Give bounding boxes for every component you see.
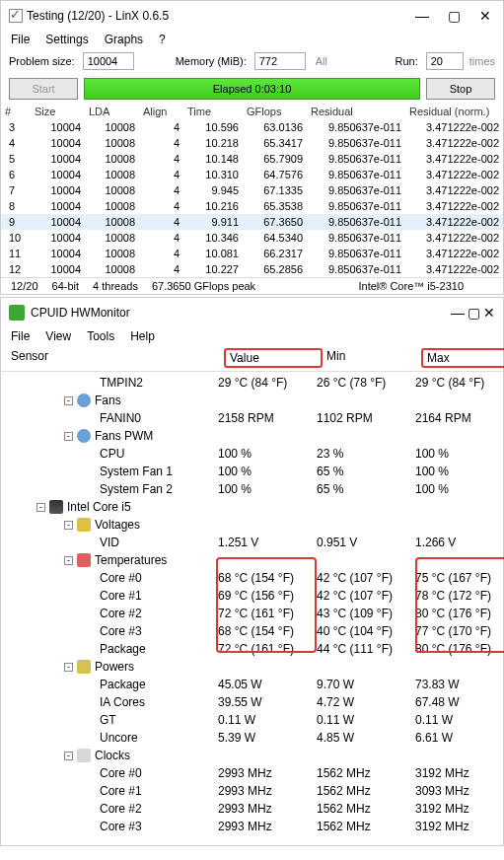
sensor-power-ia[interactable]: IA Cores xyxy=(1,695,218,709)
node-fans-pwm[interactable]: -Fans PWM xyxy=(1,429,218,443)
table-row[interactable]: 41000410008410.21865.34179.850637e-0113.… xyxy=(1,135,503,151)
col-num[interactable]: # xyxy=(1,104,31,119)
table-row[interactable]: 51000410008410.14865.79099.850637e-0113.… xyxy=(1,151,503,167)
linx-title: Testing (12/20) - LinX 0.6.5 xyxy=(27,9,412,23)
sensor-sysfan1[interactable]: System Fan 1 xyxy=(1,465,218,478)
col-residual[interactable]: Residual xyxy=(307,104,405,119)
problem-size-input[interactable] xyxy=(83,52,134,70)
sensor-core3-temp[interactable]: Core #3 xyxy=(1,624,218,638)
hw-titlebar: CPUID HWMonitor — ▢ ✕ xyxy=(1,298,503,327)
hw-minimize-button[interactable]: — xyxy=(451,305,465,321)
run-row: Start Elapsed 0:03:10 Stop xyxy=(1,74,503,104)
sensor-tmpin2[interactable]: TMPIN2 xyxy=(1,376,218,390)
fan-icon xyxy=(77,429,91,443)
linx-titlebar: Testing (12/20) - LinX 0.6.5 — ▢ ✕ xyxy=(1,1,503,31)
stop-button[interactable]: Stop xyxy=(426,78,495,100)
node-fans[interactable]: -Fans xyxy=(1,394,218,407)
table-row[interactable]: 61000410008410.31064.75769.850637e-0113.… xyxy=(1,167,503,182)
table-row[interactable]: 9100041000849.91167.36509.850637e-0113.4… xyxy=(1,214,503,230)
linx-toolbar: Problem size: Memory (MiB): All Run: tim… xyxy=(1,48,503,74)
elapsed-text: Elapsed 0:03:10 xyxy=(213,83,292,95)
col-residual-norm[interactable]: Residual (norm.) xyxy=(405,104,503,119)
sensor-clock-core1[interactable]: Core #1 xyxy=(1,784,218,798)
menu-graphs[interactable]: Graphs xyxy=(105,33,143,46)
sensor-power-uncore[interactable]: Uncore xyxy=(1,731,218,745)
col-value[interactable]: Value xyxy=(224,348,323,368)
sensor-clock-core0[interactable]: Core #0 xyxy=(1,766,218,780)
menu-file[interactable]: File xyxy=(11,33,30,46)
table-header-row: # Size LDA Align Time GFlops Residual Re… xyxy=(1,104,503,119)
sensor-core0-temp[interactable]: Core #0 xyxy=(1,571,218,585)
hwmonitor-icon xyxy=(9,305,25,321)
maximize-button[interactable]: ▢ xyxy=(444,8,464,24)
table-row[interactable]: 101000410008410.34664.53409.850637e-0113… xyxy=(1,230,503,246)
chip-icon xyxy=(49,500,63,514)
status-threads: 4 threads xyxy=(93,280,138,292)
status-progress: 12/20 xyxy=(11,280,38,292)
col-sensor[interactable]: Sensor xyxy=(7,348,224,368)
status-arch: 64-bit xyxy=(52,280,80,292)
all-label[interactable]: All xyxy=(316,55,327,67)
sensor-cpu-pwm[interactable]: CPU xyxy=(1,447,218,461)
tree-header: Sensor Value Min Max xyxy=(1,345,503,372)
col-time[interactable]: Time xyxy=(183,104,243,119)
sensor-core1-temp[interactable]: Core #1 xyxy=(1,589,218,603)
hw-title: CPUID HWMonitor xyxy=(31,306,451,320)
sensor-power-gt[interactable]: GT xyxy=(1,713,218,727)
sensor-tree[interactable]: TMPIN229 °C (84 °F)26 °C (78 °F)29 °C (8… xyxy=(1,372,503,845)
sensor-vid[interactable]: VID xyxy=(1,536,218,549)
status-peak: 67.3650 GFlops peak xyxy=(152,280,255,292)
sensor-fanin0[interactable]: FANIN0 xyxy=(1,411,218,425)
memory-label: Memory (MiB): xyxy=(176,55,247,67)
table-row[interactable]: 7100041000849.94567.13359.850637e-0113.4… xyxy=(1,182,503,198)
status-cpu: Intel® Core™ i5-2310 xyxy=(358,280,464,292)
hw-menu-help[interactable]: Help xyxy=(130,329,155,343)
hw-menu-tools[interactable]: Tools xyxy=(87,329,114,343)
col-align[interactable]: Align xyxy=(139,104,183,119)
hwmonitor-window: CPUID HWMonitor — ▢ ✕ File View Tools He… xyxy=(0,297,504,846)
sensor-clock-core2[interactable]: Core #2 xyxy=(1,802,218,816)
progress-bar: Elapsed 0:03:10 xyxy=(84,78,420,100)
voltage-icon xyxy=(77,518,91,532)
problem-size-label: Problem size: xyxy=(9,55,75,67)
close-button[interactable]: ✕ xyxy=(475,8,495,24)
node-clocks[interactable]: -Clocks xyxy=(1,749,218,762)
hw-maximize-button[interactable]: ▢ xyxy=(468,305,480,321)
node-temperatures[interactable]: -Temperatures xyxy=(1,553,218,567)
start-button[interactable]: Start xyxy=(9,78,78,100)
menu-settings[interactable]: Settings xyxy=(45,33,88,46)
thermometer-icon xyxy=(77,553,91,567)
linx-menu: File Settings Graphs ? xyxy=(1,31,503,48)
table-row[interactable]: 31000410008410.59663.01369.850637e-0113.… xyxy=(1,119,503,135)
col-gflops[interactable]: GFlops xyxy=(243,104,307,119)
hw-close-button[interactable]: ✕ xyxy=(483,305,495,321)
clock-icon xyxy=(77,749,91,762)
sensor-power-package[interactable]: Package xyxy=(1,678,218,691)
hw-menu-file[interactable]: File xyxy=(11,329,30,343)
app-icon xyxy=(9,9,23,23)
sensor-package-temp[interactable]: Package xyxy=(1,642,218,656)
results-table: # Size LDA Align Time GFlops Residual Re… xyxy=(1,104,503,277)
run-input[interactable] xyxy=(426,52,464,70)
sensor-clock-core3[interactable]: Core #3 xyxy=(1,820,218,833)
sensor-core2-temp[interactable]: Core #2 xyxy=(1,607,218,620)
col-min[interactable]: Min xyxy=(323,348,421,368)
hw-menu-view[interactable]: View xyxy=(45,329,71,343)
memory-input[interactable] xyxy=(254,52,306,70)
node-voltages[interactable]: -Voltages xyxy=(1,518,218,532)
sensor-sysfan2[interactable]: System Fan 2 xyxy=(1,482,218,496)
node-intel[interactable]: -Intel Core i5 xyxy=(1,500,218,514)
menu-help[interactable]: ? xyxy=(159,33,166,46)
col-size[interactable]: Size xyxy=(31,104,85,119)
table-row[interactable]: 121000410008410.22765.28569.850637e-0113… xyxy=(1,261,503,277)
minimize-button[interactable]: — xyxy=(412,8,432,24)
linx-window: Testing (12/20) - LinX 0.6.5 — ▢ ✕ File … xyxy=(0,0,504,295)
col-max[interactable]: Max xyxy=(421,348,504,368)
node-powers[interactable]: -Powers xyxy=(1,660,218,674)
times-label[interactable]: times xyxy=(469,55,495,67)
col-lda[interactable]: LDA xyxy=(85,104,139,119)
table-row[interactable]: 111000410008410.08166.23179.850637e-0113… xyxy=(1,246,503,261)
hw-menu: File View Tools Help xyxy=(1,327,503,345)
run-label: Run: xyxy=(395,55,417,67)
table-row[interactable]: 81000410008410.21665.35389.850637e-0113.… xyxy=(1,198,503,214)
